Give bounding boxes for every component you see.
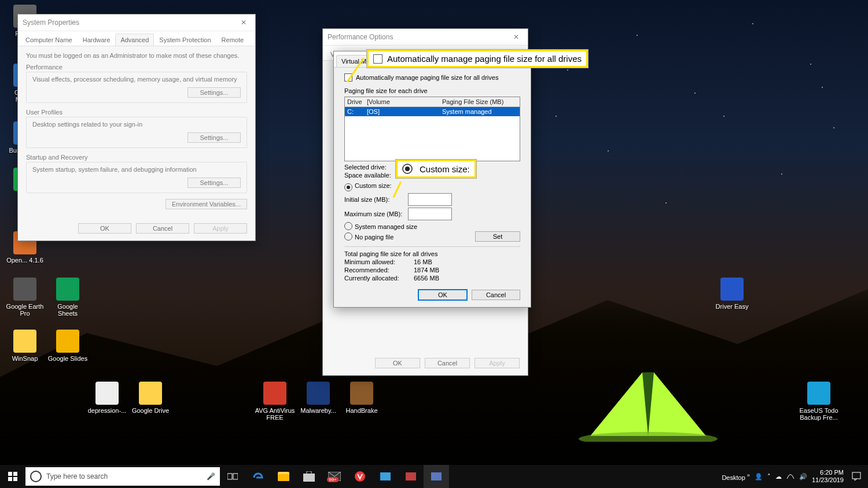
body: You must be logged on as an Administrato…: [18, 46, 255, 215]
svg-rect-1: [8, 472, 12, 476]
microphone-icon[interactable]: 🎤: [207, 472, 215, 480]
radio-custom-size[interactable]: Custom size:: [344, 182, 520, 191]
radio-no-paging-file[interactable]: No paging file: [344, 232, 393, 241]
svg-rect-4: [13, 477, 17, 481]
desktop-icon[interactable]: Google Earth Pro: [5, 278, 45, 317]
desktop-icon[interactable]: HandBrake: [341, 382, 382, 414]
body: Automatically manage paging file size fo…: [334, 68, 531, 307]
group-user-profiles: User Profiles Desktop settings related t…: [26, 109, 247, 148]
action-center-icon[interactable]: [848, 465, 865, 488]
edge-icon[interactable]: [245, 465, 271, 488]
performance-settings-button[interactable]: Settings...: [187, 87, 241, 98]
title: Performance Options: [328, 33, 393, 41]
tabstrip: Computer Name Hardware Advanced System P…: [18, 31, 255, 46]
wallpaper-tent: [579, 367, 718, 442]
close-icon[interactable]: ✕: [505, 29, 528, 45]
microsoft-store-icon[interactable]: [296, 465, 322, 488]
auto-manage-checkbox[interactable]: Automatically manage paging file size fo…: [344, 73, 498, 82]
group-performance: Performance Visual effects, processor sc…: [26, 64, 247, 103]
section-title: Paging file size for each drive: [344, 87, 520, 94]
desktop-icon[interactable]: WinSnap: [5, 330, 45, 362]
initial-size-input[interactable]: [408, 193, 452, 206]
cancel-button[interactable]: Cancel: [425, 358, 470, 368]
tab-hardware[interactable]: Hardware: [78, 34, 116, 46]
svg-rect-3: [8, 477, 12, 481]
tab-computer-name[interactable]: Computer Name: [20, 34, 78, 46]
cancel-button[interactable]: Cancel: [472, 290, 520, 300]
svg-rect-5: [227, 474, 232, 479]
system-properties-window[interactable]: System Properties ✕ Computer Name Hardwa…: [17, 14, 256, 241]
tab-remote[interactable]: Remote: [216, 34, 249, 46]
list-header: Drive [Volume Paging File Size (MB): [345, 97, 520, 107]
svg-point-12: [355, 471, 365, 482]
tab-advanced[interactable]: Advanced: [115, 34, 154, 46]
apply-button[interactable]: Apply: [475, 358, 520, 368]
checkbox-icon: [373, 54, 382, 64]
titlebar[interactable]: Performance Options ✕: [323, 29, 528, 46]
desktop-icon[interactable]: Google Slides: [47, 330, 88, 362]
taskbar[interactable]: Type here to search 🎤 99+ Desktop » 👤 ˄ …: [0, 465, 868, 488]
startup-settings-button[interactable]: Settings...: [187, 178, 241, 188]
field-maximum-size: Maximum size (MB):: [344, 208, 520, 220]
tray-chevron-icon[interactable]: ˄: [767, 473, 771, 480]
mail-icon[interactable]: 99+: [322, 465, 347, 488]
svg-rect-13: [852, 472, 860, 479]
desktop-icon[interactable]: Driver Easy: [712, 278, 752, 310]
desktop-icon[interactable]: depression-...: [87, 382, 127, 414]
search-box[interactable]: Type here to search 🎤: [25, 467, 220, 486]
profiles-settings-button[interactable]: Settings...: [187, 132, 241, 143]
onedrive-icon[interactable]: ☁: [775, 473, 782, 480]
ok-button[interactable]: OK: [375, 358, 420, 368]
file-explorer-icon[interactable]: [271, 465, 296, 488]
radio-icon: [402, 164, 413, 174]
apply-button[interactable]: Apply: [194, 223, 247, 234]
desktop[interactable]: Recy... Goog... Musi... Busin... 2... Sp…: [0, 0, 868, 488]
close-icon[interactable]: ✕: [232, 14, 255, 31]
callout-custom-size: Custom size:: [396, 160, 476, 178]
field-initial-size: Initial size (MB):: [344, 193, 520, 206]
search-placeholder: Type here to search: [46, 472, 108, 480]
ok-button[interactable]: OK: [418, 290, 467, 300]
maximum-size-input[interactable]: [408, 208, 452, 220]
totals-title: Total paging file size for all drives: [344, 246, 520, 257]
group-startup-recovery: Startup and Recovery System startup, sys…: [26, 154, 247, 193]
cortana-icon: [30, 471, 42, 482]
admin-note: You must be logged on as an Administrato…: [26, 52, 247, 59]
ok-button[interactable]: OK: [78, 223, 131, 234]
vivaldi-icon[interactable]: [347, 465, 373, 488]
toolbar-desktop[interactable]: Desktop »: [722, 472, 750, 481]
people-icon[interactable]: 👤: [755, 473, 763, 480]
network-icon[interactable]: [786, 472, 795, 480]
task-view-icon[interactable]: [220, 465, 245, 488]
drive-list[interactable]: Drive [Volume Paging File Size (MB) C: […: [344, 97, 520, 161]
clock[interactable]: 6:20 PM 11/23/2019: [812, 469, 844, 484]
svg-rect-2: [13, 472, 17, 476]
desktop-icon[interactable]: Malwareby...: [298, 382, 339, 414]
start-button[interactable]: [0, 465, 25, 488]
title: System Properties: [23, 19, 79, 27]
drive-row[interactable]: C: [OS] System managed: [345, 107, 520, 116]
svg-rect-6: [233, 474, 238, 479]
titlebar[interactable]: System Properties ✕: [18, 14, 255, 31]
system-tray: Desktop » 👤 ˄ ☁ 🔊 6:20 PM 11/23/2019: [722, 465, 868, 488]
taskbar-app-icon[interactable]: [373, 465, 398, 488]
svg-rect-8: [278, 474, 289, 481]
desktop-icon[interactable]: Google Sheets: [47, 278, 88, 317]
set-button[interactable]: Set: [475, 231, 520, 242]
environment-variables-button[interactable]: Environment Variables...: [165, 199, 247, 209]
callout-auto-manage: Automatically manage paging file size fo…: [367, 50, 588, 68]
desktop-icon[interactable]: EaseUS Todo Backup Fre...: [799, 382, 839, 421]
virtual-memory-dialog[interactable]: Virtual M... Automatically manage paging…: [333, 51, 531, 308]
tab-system-protection[interactable]: System Protection: [154, 34, 216, 46]
desktop-icon[interactable]: AVG AntiVirus FREE: [255, 382, 295, 421]
taskbar-app-icon-active[interactable]: [424, 465, 449, 488]
radio-system-managed[interactable]: System managed size: [344, 222, 520, 230]
taskbar-app-icon[interactable]: [398, 465, 424, 488]
cancel-button[interactable]: Cancel: [136, 223, 189, 234]
volume-icon[interactable]: 🔊: [799, 473, 807, 480]
desktop-icon[interactable]: Google Drive: [130, 382, 171, 414]
